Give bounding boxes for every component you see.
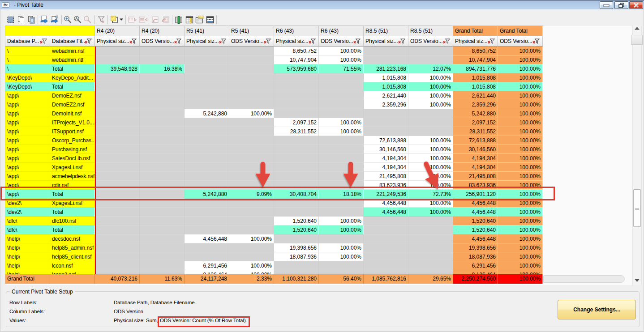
- svg-text:A: A: [75, 17, 78, 21]
